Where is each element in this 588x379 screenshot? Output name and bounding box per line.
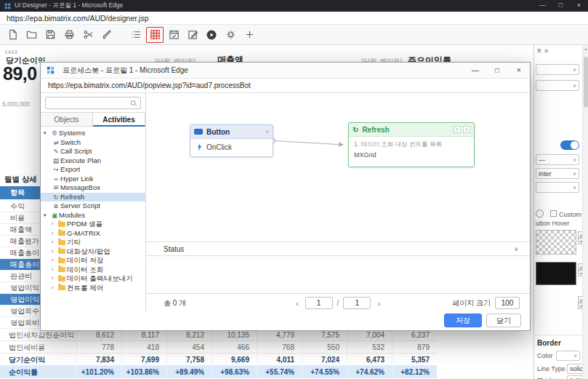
property-dropdown[interactable]: ∨: [536, 182, 579, 193]
property-dropdown[interactable]: ∨: [536, 80, 579, 91]
run-play-icon[interactable]: [203, 27, 220, 43]
save-icon[interactable]: [41, 27, 59, 43]
menu-icon[interactable]: ≡: [537, 47, 544, 55]
tree-item-hyper-link[interactable]: ∞Hyper Link: [41, 175, 145, 184]
close-button[interactable]: 닫기: [486, 314, 521, 327]
page-size-input[interactable]: 100: [495, 297, 520, 309]
open-folder-icon[interactable]: [23, 27, 40, 43]
tree-folder-control[interactable]: ›컨트롤 제어: [41, 284, 145, 293]
tree-item-server-script[interactable]: ≣Server Script: [41, 202, 145, 211]
folder-icon: [58, 276, 67, 282]
edit-pencil-icon[interactable]: [184, 27, 201, 43]
address-bar[interactable]: https://epa.bimatrix.com/AUD/designer.js…: [0, 12, 588, 25]
dialog-close-button[interactable]: ×: [508, 63, 530, 79]
tree-folder-etc[interactable]: ›기타: [41, 238, 145, 247]
refresh-node-title: Refresh: [362, 126, 451, 134]
tree-folder-data-export[interactable]: ›데이터 출력/내보내기: [41, 274, 145, 284]
folder-icon: [58, 231, 67, 236]
property-dropdown[interactable]: —∨: [536, 154, 579, 165]
tree-item-messagebox[interactable]: ✉MessageBox: [41, 183, 145, 193]
radio-button[interactable]: [536, 210, 544, 218]
refresh-node-header[interactable]: ↻ Refresh ≡ ∧: [349, 123, 474, 137]
button-node-header[interactable]: Button ∧: [190, 125, 273, 139]
collapse-panel-icon[interactable]: »: [544, 47, 552, 55]
settings-gear-icon[interactable]: [222, 27, 239, 43]
export-icon: ↪: [52, 165, 60, 175]
page-size-label: 페이지 크기: [452, 298, 491, 308]
tree-node-systems[interactable]: ▾⚙Systems: [41, 129, 145, 138]
tree-item-switch[interactable]: ⇄Switch: [41, 138, 145, 148]
close-button[interactable]: ×: [570, 0, 588, 12]
next-page-button[interactable]: ›: [375, 299, 382, 308]
status-label: Status: [164, 245, 184, 253]
tree-folder-data-query[interactable]: ›데이터 조회: [41, 266, 145, 275]
chevron-down-icon[interactable]: ∨: [514, 246, 518, 252]
tree-folder-dialog-popup[interactable]: ›대화상자/팝업: [41, 247, 145, 257]
tree-item-export[interactable]: ↪Export: [41, 165, 145, 175]
toggle-switch-on[interactable]: [560, 140, 579, 150]
activity-tree: ▾⚙Systems ⇄Switch ✎Call Script ▤Execute …: [41, 127, 145, 292]
transparent-color-swatch[interactable]: [536, 230, 576, 255]
divider: [534, 335, 583, 335]
dialog-favicon-icon: [47, 66, 55, 74]
scrollbar[interactable]: ▴: [582, 45, 588, 379]
dialog-maximize-button[interactable]: □: [486, 63, 508, 79]
expander-icon: ›: [52, 266, 58, 275]
calendar-check-icon[interactable]: [165, 27, 182, 43]
cut-icon[interactable]: [79, 27, 97, 43]
onclick-event-label[interactable]: OnClick: [206, 143, 232, 151]
align-dropdown[interactable]: inter∨: [536, 168, 579, 179]
flow-canvas[interactable]: Button ∧ OnClick ↻ Refr: [146, 93, 530, 242]
tree-folder-data-save[interactable]: ›데이터 저장: [41, 256, 145, 266]
server-script-icon: ≣: [52, 202, 60, 211]
refresh-node[interactable]: ↻ Refresh ≡ ∧ 1. 데이터 조회 대상 컨트롤 목록 MXGrid: [348, 122, 475, 167]
grid-tool-active-icon[interactable]: [146, 27, 164, 43]
black-color-swatch[interactable]: [536, 262, 576, 285]
browser-titlebar: UI Designer - 프로필 1 - Microsoft Edge — □…: [0, 0, 588, 12]
refresh-icon: ↻: [52, 193, 60, 202]
format-brush-icon[interactable]: [98, 27, 116, 43]
kpi-value: 89,0: [3, 63, 37, 84]
prev-page-button[interactable]: ‹: [294, 299, 301, 308]
tab-activities[interactable]: Activities: [93, 112, 145, 127]
tab-objects[interactable]: Objects: [41, 112, 93, 127]
collapse-icon[interactable]: ∧: [463, 126, 470, 133]
search-input[interactable]: [46, 100, 130, 107]
folder-icon: [58, 267, 67, 272]
dialog-buttons: 저장 닫기: [41, 311, 530, 330]
tree-folder-gmatrix[interactable]: ›G-MATRIX: [41, 229, 145, 239]
minimize-button[interactable]: —: [533, 0, 552, 12]
tree-folder-ppdm[interactable]: ›PPDM 샘플: [41, 220, 145, 229]
add-plus-icon[interactable]: [241, 27, 258, 43]
current-page-input[interactable]: 1: [305, 297, 333, 309]
table-row: 법인세비용778418454466768550532879: [0, 341, 437, 354]
print-icon[interactable]: [60, 27, 78, 43]
processbot-dialog: 프로세스봇 - 프로필 1 - Microsoft Edge — □ × htt…: [40, 62, 531, 331]
expander-icon: ›: [52, 238, 58, 247]
list-view-icon[interactable]: [127, 27, 145, 43]
tree-node-modules[interactable]: ▾▣Modules: [41, 211, 145, 220]
tree-item-refresh-selected[interactable]: ↻Refresh: [41, 193, 145, 202]
save-button[interactable]: 저장: [444, 314, 482, 327]
address-text: https://epa.bimatrix.com/AUD/designer.js…: [7, 14, 149, 23]
status-section-header[interactable]: Status ∨: [146, 242, 530, 256]
dialog-minimize-button[interactable]: —: [464, 63, 486, 79]
custom-checkbox[interactable]: [550, 210, 557, 217]
tree-item-call-script[interactable]: ✎Call Script: [41, 147, 145, 156]
property-dropdown[interactable]: ∨: [536, 64, 579, 75]
border-color-dropdown[interactable]: ∨: [556, 351, 580, 361]
tree-search[interactable]: [45, 97, 141, 109]
chevron-down-icon: ∨: [573, 171, 576, 177]
collapse-icon[interactable]: ∧: [265, 129, 269, 135]
chevron-down-icon: ∨: [573, 83, 576, 89]
tree-item-execute-plan[interactable]: ▤Execute Plan: [41, 156, 145, 166]
new-document-icon[interactable]: [4, 27, 21, 43]
node-menu-icon[interactable]: ≡: [454, 126, 461, 133]
dialog-titlebar[interactable]: 프로세스봇 - 프로필 1 - Microsoft Edge — □ ×: [41, 63, 530, 79]
maximize-button[interactable]: □: [552, 0, 570, 12]
scrollbar-up-icon[interactable]: ▴: [583, 47, 588, 51]
search-icon: [130, 100, 140, 107]
button-node[interactable]: Button ∧ OnClick: [190, 124, 273, 157]
expander-icon: ›: [52, 229, 58, 239]
scrollbar-thumb[interactable]: [584, 57, 588, 108]
